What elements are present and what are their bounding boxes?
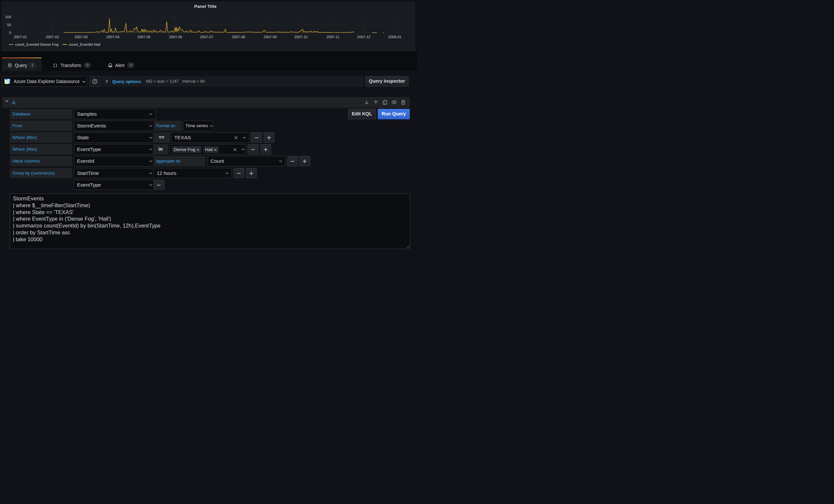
svg-text:?: ?: [94, 79, 96, 83]
